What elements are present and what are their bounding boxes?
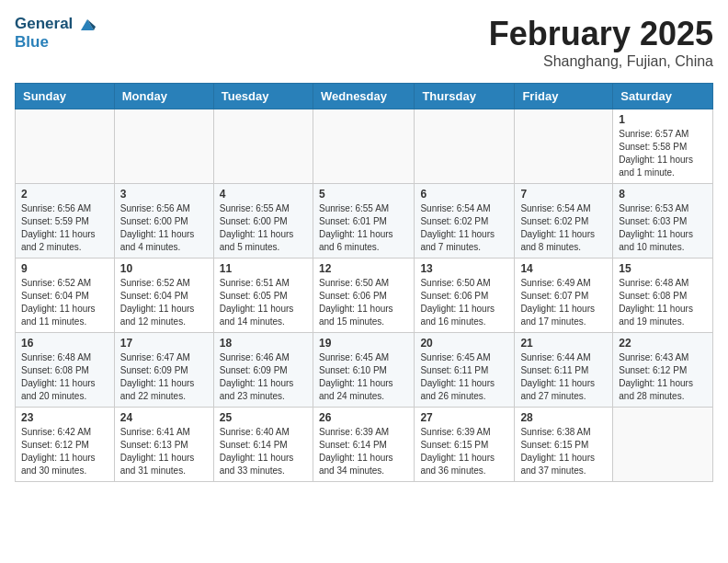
day-info: Sunrise: 6:40 AM Sunset: 6:14 PM Dayligh… (220, 426, 307, 477)
calendar-cell: 23Sunrise: 6:42 AM Sunset: 6:12 PM Dayli… (16, 408, 115, 482)
calendar-cell: 16Sunrise: 6:48 AM Sunset: 6:08 PM Dayli… (16, 333, 115, 408)
calendar-cell: 1Sunrise: 6:57 AM Sunset: 5:58 PM Daylig… (613, 109, 713, 184)
calendar-cell: 18Sunrise: 6:46 AM Sunset: 6:09 PM Dayli… (213, 333, 313, 408)
day-info: Sunrise: 6:49 AM Sunset: 6:07 PM Dayligh… (520, 277, 607, 328)
day-info: Sunrise: 6:55 AM Sunset: 6:01 PM Dayligh… (319, 202, 408, 254)
day-number: 7 (520, 188, 607, 201)
day-info: Sunrise: 6:55 AM Sunset: 6:00 PM Dayligh… (220, 202, 307, 254)
day-info: Sunrise: 6:48 AM Sunset: 6:08 PM Dayligh… (21, 351, 108, 403)
logo: General Blue (15, 15, 96, 51)
calendar-cell: 19Sunrise: 6:45 AM Sunset: 6:10 PM Dayli… (313, 333, 414, 408)
day-number: 6 (420, 188, 508, 201)
calendar-week-5: 23Sunrise: 6:42 AM Sunset: 6:12 PM Dayli… (16, 408, 713, 482)
calendar-cell: 28Sunrise: 6:38 AM Sunset: 6:15 PM Dayli… (515, 408, 613, 482)
day-info: Sunrise: 6:41 AM Sunset: 6:13 PM Dayligh… (120, 426, 208, 477)
day-info: Sunrise: 6:54 AM Sunset: 6:02 PM Dayligh… (520, 202, 607, 254)
day-info: Sunrise: 6:51 AM Sunset: 6:05 PM Dayligh… (220, 277, 307, 328)
day-number: 1 (619, 113, 707, 126)
day-number: 19 (319, 337, 408, 350)
day-header-sunday: Sunday (16, 84, 115, 109)
day-header-friday: Friday (515, 84, 613, 109)
day-info: Sunrise: 6:45 AM Sunset: 6:10 PM Dayligh… (319, 351, 408, 403)
day-number: 16 (21, 337, 108, 350)
calendar-cell (515, 109, 613, 184)
day-number: 10 (120, 262, 208, 275)
calendar-cell (415, 109, 515, 184)
day-header-wednesday: Wednesday (313, 84, 414, 109)
day-number: 18 (220, 337, 307, 350)
calendar-cell: 11Sunrise: 6:51 AM Sunset: 6:05 PM Dayli… (213, 259, 313, 333)
day-info: Sunrise: 6:42 AM Sunset: 6:12 PM Dayligh… (21, 426, 108, 477)
day-number: 25 (220, 411, 307, 424)
day-header-saturday: Saturday (613, 84, 713, 109)
calendar-cell: 2Sunrise: 6:56 AM Sunset: 5:59 PM Daylig… (16, 184, 115, 259)
day-info: Sunrise: 6:53 AM Sunset: 6:03 PM Dayligh… (619, 202, 707, 254)
title-area: February 2025 Shanghang, Fujian, China (489, 15, 713, 70)
day-number: 13 (420, 262, 508, 275)
calendar-cell: 12Sunrise: 6:50 AM Sunset: 6:06 PM Dayli… (313, 259, 414, 333)
calendar-week-4: 16Sunrise: 6:48 AM Sunset: 6:08 PM Dayli… (16, 333, 713, 408)
calendar-header: SundayMondayTuesdayWednesdayThursdayFrid… (16, 84, 713, 109)
calendar-cell (16, 109, 115, 184)
calendar-cell: 7Sunrise: 6:54 AM Sunset: 6:02 PM Daylig… (515, 184, 613, 259)
calendar-cell: 21Sunrise: 6:44 AM Sunset: 6:11 PM Dayli… (515, 333, 613, 408)
day-number: 4 (220, 188, 307, 201)
day-number: 14 (520, 262, 607, 275)
day-info: Sunrise: 6:45 AM Sunset: 6:11 PM Dayligh… (420, 351, 508, 403)
day-number: 3 (120, 188, 208, 201)
day-number: 26 (319, 411, 408, 424)
calendar-cell: 24Sunrise: 6:41 AM Sunset: 6:13 PM Dayli… (114, 408, 213, 482)
calendar-cell: 8Sunrise: 6:53 AM Sunset: 6:03 PM Daylig… (613, 184, 713, 259)
day-header-monday: Monday (114, 84, 213, 109)
calendar-body: 1Sunrise: 6:57 AM Sunset: 5:58 PM Daylig… (16, 109, 713, 482)
calendar-cell: 10Sunrise: 6:52 AM Sunset: 6:04 PM Dayli… (114, 259, 213, 333)
day-info: Sunrise: 6:56 AM Sunset: 5:59 PM Dayligh… (21, 202, 108, 254)
day-info: Sunrise: 6:44 AM Sunset: 6:11 PM Dayligh… (520, 351, 607, 403)
calendar-cell (613, 408, 713, 482)
day-info: Sunrise: 6:52 AM Sunset: 6:04 PM Dayligh… (120, 277, 208, 328)
calendar-cell: 20Sunrise: 6:45 AM Sunset: 6:11 PM Dayli… (415, 333, 515, 408)
day-number: 5 (319, 188, 408, 201)
calendar-cell: 9Sunrise: 6:52 AM Sunset: 6:04 PM Daylig… (16, 259, 115, 333)
day-number: 24 (120, 411, 208, 424)
day-number: 12 (319, 262, 408, 275)
day-info: Sunrise: 6:38 AM Sunset: 6:15 PM Dayligh… (520, 426, 607, 477)
day-info: Sunrise: 6:39 AM Sunset: 6:14 PM Dayligh… (319, 426, 408, 477)
day-info: Sunrise: 6:50 AM Sunset: 6:06 PM Dayligh… (420, 277, 508, 328)
calendar-cell: 17Sunrise: 6:47 AM Sunset: 6:09 PM Dayli… (114, 333, 213, 408)
day-info: Sunrise: 6:47 AM Sunset: 6:09 PM Dayligh… (120, 351, 208, 403)
calendar-cell: 5Sunrise: 6:55 AM Sunset: 6:01 PM Daylig… (313, 184, 414, 259)
calendar-cell (114, 109, 213, 184)
calendar-cell: 4Sunrise: 6:55 AM Sunset: 6:00 PM Daylig… (213, 184, 313, 259)
day-info: Sunrise: 6:39 AM Sunset: 6:15 PM Dayligh… (420, 426, 508, 477)
day-number: 27 (420, 411, 508, 424)
day-number: 28 (520, 411, 607, 424)
day-info: Sunrise: 6:54 AM Sunset: 6:02 PM Dayligh… (420, 202, 508, 254)
calendar-cell: 14Sunrise: 6:49 AM Sunset: 6:07 PM Dayli… (515, 259, 613, 333)
day-info: Sunrise: 6:52 AM Sunset: 6:04 PM Dayligh… (21, 277, 108, 328)
calendar-week-2: 2Sunrise: 6:56 AM Sunset: 5:59 PM Daylig… (16, 184, 713, 259)
logo-text: General Blue (15, 15, 96, 51)
month-title: February 2025 (489, 15, 713, 53)
location-subtitle: Shanghang, Fujian, China (489, 53, 713, 70)
day-number: 15 (619, 262, 707, 275)
day-header-thursday: Thursday (415, 84, 515, 109)
day-info: Sunrise: 6:50 AM Sunset: 6:06 PM Dayligh… (319, 277, 408, 328)
day-header-tuesday: Tuesday (213, 84, 313, 109)
calendar-week-3: 9Sunrise: 6:52 AM Sunset: 6:04 PM Daylig… (16, 259, 713, 333)
calendar-cell: 25Sunrise: 6:40 AM Sunset: 6:14 PM Dayli… (213, 408, 313, 482)
day-info: Sunrise: 6:48 AM Sunset: 6:08 PM Dayligh… (619, 277, 707, 328)
day-info: Sunrise: 6:43 AM Sunset: 6:12 PM Dayligh… (619, 351, 707, 403)
calendar-cell: 6Sunrise: 6:54 AM Sunset: 6:02 PM Daylig… (415, 184, 515, 259)
day-number: 22 (619, 337, 707, 350)
day-info: Sunrise: 6:57 AM Sunset: 5:58 PM Dayligh… (619, 128, 707, 179)
calendar: SundayMondayTuesdayWednesdayThursdayFrid… (15, 83, 713, 482)
day-number: 20 (420, 337, 508, 350)
day-number: 23 (21, 411, 108, 424)
day-number: 9 (21, 262, 108, 275)
calendar-cell (213, 109, 313, 184)
calendar-cell: 26Sunrise: 6:39 AM Sunset: 6:14 PM Dayli… (313, 408, 414, 482)
calendar-cell (313, 109, 414, 184)
calendar-cell: 15Sunrise: 6:48 AM Sunset: 6:08 PM Dayli… (613, 259, 713, 333)
calendar-cell: 22Sunrise: 6:43 AM Sunset: 6:12 PM Dayli… (613, 333, 713, 408)
